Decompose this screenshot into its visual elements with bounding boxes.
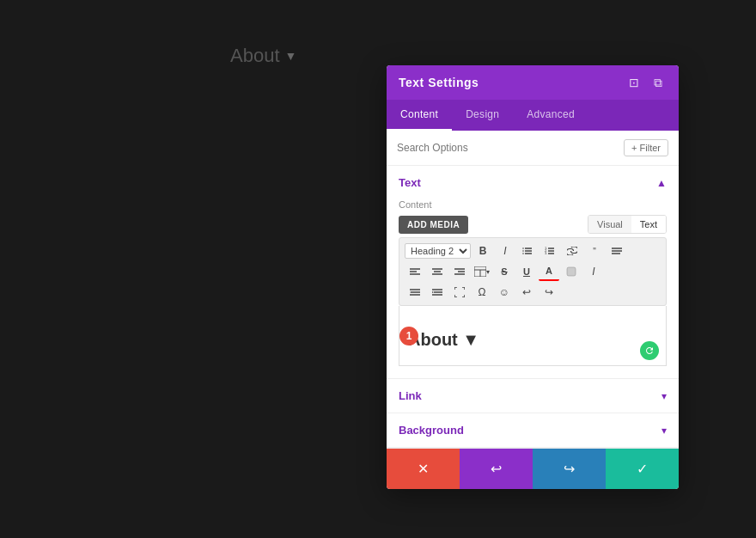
undo-icon: ↩	[491, 461, 502, 477]
search-bar: + Filter	[387, 131, 679, 166]
table-button[interactable]: ▾	[472, 262, 492, 281]
align-center-button[interactable]	[427, 262, 448, 281]
svg-text:3.: 3.	[545, 251, 547, 255]
editor-about-text: About ▼	[408, 330, 657, 350]
cancel-button[interactable]: ✕	[387, 449, 460, 489]
panel-header: Text Settings ⊡ ⧉	[387, 65, 679, 100]
svg-point-5	[522, 253, 524, 254]
undo-button[interactable]: ↩	[460, 449, 533, 489]
fullscreen-button[interactable]	[449, 283, 470, 302]
panel-actions: ✕ ↩ ↪ ✓	[387, 448, 679, 489]
refresh-icon[interactable]	[640, 341, 659, 360]
visual-text-tabs: Visual Text	[588, 215, 667, 234]
editor-toolbar: Heading 2 B I 1.2.3. "	[399, 237, 667, 306]
settings-panel: Text Settings ⊡ ⧉ Content Design Advance…	[387, 65, 679, 489]
background-section-header[interactable]: Background ▾	[387, 413, 679, 447]
align-right-button[interactable]	[449, 262, 470, 281]
toolbar-row-3: Ω ☺ ↩ ↪	[405, 283, 661, 302]
redo-icon: ↪	[564, 461, 575, 477]
svg-point-4	[522, 250, 524, 252]
omega-button[interactable]: Ω	[472, 283, 492, 302]
italic2-button[interactable]: I	[583, 262, 604, 281]
visual-tab[interactable]: Visual	[588, 216, 631, 233]
text-tab[interactable]: Text	[631, 216, 666, 233]
content-label: Content	[399, 199, 667, 210]
align-button[interactable]	[607, 241, 627, 260]
cancel-icon: ✕	[418, 461, 429, 477]
panel-body: Text ▲ Content ADD MEDIA Visual Text	[387, 166, 679, 448]
heading-select[interactable]: Heading 2	[405, 243, 471, 259]
svg-rect-27	[567, 267, 576, 276]
background-section-title: Background	[399, 424, 464, 437]
panel-title: Text Settings	[399, 76, 479, 89]
editor-content[interactable]: 1 About ▼	[399, 306, 667, 366]
underline-button[interactable]: U	[516, 262, 537, 281]
redo-editor-button[interactable]: ↪	[539, 283, 559, 302]
confirm-button[interactable]: ✓	[606, 449, 679, 489]
strikethrough-button[interactable]: S	[494, 262, 515, 281]
outdent-button[interactable]	[405, 283, 425, 302]
filter-button[interactable]: + Filter	[624, 139, 668, 156]
text-section: Text ▲ Content ADD MEDIA Visual Text	[387, 166, 679, 379]
text-section-title: Text	[399, 176, 421, 189]
columns-icon[interactable]: ⧉	[649, 74, 667, 91]
tab-design[interactable]: Design	[452, 100, 513, 131]
tab-content[interactable]: Content	[387, 100, 452, 131]
text-section-header[interactable]: Text ▲	[387, 166, 679, 199]
filter-label: Filter	[640, 143, 661, 153]
indent-button[interactable]	[427, 283, 448, 302]
italic-button[interactable]: I	[495, 241, 515, 260]
color-button[interactable]: A	[539, 262, 559, 281]
link-section-title: Link	[399, 389, 422, 402]
about-arrow-bg: ▼	[285, 49, 297, 63]
emoji-button[interactable]: ☺	[494, 283, 515, 302]
panel-tabs: Content Design Advanced	[387, 100, 679, 131]
editor-top-row: ADD MEDIA Visual Text	[399, 215, 667, 234]
panel-header-icons: ⊡ ⧉	[625, 74, 667, 91]
unordered-list-button[interactable]	[517, 241, 538, 260]
about-text-bg: About	[230, 45, 280, 67]
confirm-icon: ✓	[637, 461, 648, 477]
redo-button[interactable]: ↪	[533, 449, 606, 489]
ordered-list-button[interactable]: 1.2.3.	[540, 241, 560, 260]
link-section-header[interactable]: Link ▾	[387, 379, 679, 413]
toolbar-row-1: Heading 2 B I 1.2.3. "	[405, 241, 661, 260]
background-section: Background ▾	[387, 413, 679, 448]
tab-advanced[interactable]: Advanced	[513, 100, 588, 131]
link-section-arrow: ▾	[662, 390, 667, 402]
background-section-arrow: ▾	[662, 425, 667, 437]
color-picker-button[interactable]	[561, 262, 582, 281]
bold-button[interactable]: B	[472, 241, 493, 260]
filter-icon: +	[631, 143, 637, 153]
about-bg-text: About ▼	[230, 45, 296, 67]
text-section-content: Content ADD MEDIA Visual Text	[387, 199, 679, 378]
align-left-button[interactable]	[405, 262, 425, 281]
link-section: Link ▾	[387, 379, 679, 413]
toolbar-row-2: ▾ S U A I	[405, 262, 661, 281]
search-input[interactable]	[397, 142, 617, 154]
step-indicator: 1	[399, 327, 418, 345]
link-button[interactable]	[562, 241, 582, 260]
blockquote-button[interactable]: "	[584, 241, 605, 260]
undo-editor-button[interactable]: ↩	[516, 283, 537, 302]
add-media-button[interactable]: ADD MEDIA	[399, 216, 468, 234]
text-section-arrow: ▲	[656, 177, 667, 189]
expand-icon[interactable]: ⊡	[625, 74, 643, 91]
svg-point-3	[522, 248, 524, 249]
